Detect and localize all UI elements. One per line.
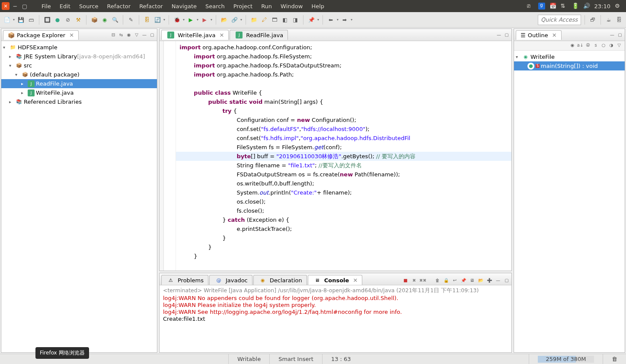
tab-console[interactable]: 🖥Console✕ xyxy=(308,275,363,285)
toolbar-button[interactable]: 🗖 xyxy=(270,16,279,24)
open-folder-button[interactable]: 📂 xyxy=(220,16,228,24)
quick-access-input[interactable] xyxy=(538,15,581,25)
minimize-icon[interactable]: — xyxy=(496,32,502,38)
close-icon[interactable]: ✕ xyxy=(353,277,358,284)
tree-jre[interactable]: ▸📚JRE System Library [java-8-openjdk-amd… xyxy=(1,52,157,61)
gc-button[interactable]: 🗑 xyxy=(612,356,617,362)
hide-nonpublic-button[interactable]: ○ xyxy=(600,42,607,48)
scroll-lock-button[interactable]: 🔒 xyxy=(443,277,449,283)
menu-source[interactable]: Source xyxy=(75,1,103,11)
open-console-button[interactable]: 📂 xyxy=(478,277,484,283)
tab-problems[interactable]: ⚠Problems xyxy=(161,275,208,285)
minimize-icon[interactable]: — xyxy=(609,32,615,38)
tree-package[interactable]: ▾📦(default package) xyxy=(1,70,157,79)
toolbar-button-3[interactable]: ◨ xyxy=(291,16,300,24)
outline-class[interactable]: ▾◉WriteFile xyxy=(514,52,625,61)
tree-file-readfile[interactable]: ▸JReadFile.java xyxy=(1,79,157,88)
code-editor[interactable]: import org.apache.hadoop.conf.Configurat… xyxy=(176,41,511,271)
folding-ruler[interactable] xyxy=(160,41,164,271)
maximize-icon[interactable]: ▢ xyxy=(504,277,510,283)
new-package-button[interactable]: 📦 xyxy=(90,16,99,24)
tree-project[interactable]: ▾📁HDFSExample xyxy=(1,43,157,52)
link-editor-button[interactable]: ⇆ xyxy=(118,32,124,38)
calendar-icon[interactable]: 📅 xyxy=(549,3,556,10)
tree-referenced-libs[interactable]: ▸📚Referenced Libraries xyxy=(1,97,157,106)
collapse-all-button[interactable]: ⊟ xyxy=(110,32,116,38)
clock[interactable]: 23:10 xyxy=(594,3,610,10)
close-icon[interactable]: ✕ xyxy=(552,32,557,38)
package-explorer-tab[interactable]: 📦 Package Explorer ✕ xyxy=(3,30,79,40)
switch-editor-button[interactable]: 🔲 xyxy=(43,16,51,24)
gear-icon[interactable]: ⚙ xyxy=(615,3,622,10)
tab-javadoc[interactable]: @Javadoc xyxy=(209,275,252,285)
debug-button[interactable]: 🐞 xyxy=(172,16,181,24)
tree-src[interactable]: ▾📦src xyxy=(1,61,157,70)
outline-tab[interactable]: ☰ Outline ✕ xyxy=(516,30,562,40)
indicator-icon[interactable]: ⎚ xyxy=(527,3,534,10)
java-perspective-button[interactable]: ☕ xyxy=(604,16,613,24)
link-button[interactable]: 🔗 xyxy=(230,16,239,24)
menu-refactor-2[interactable]: Refactor xyxy=(135,1,167,11)
remove-all-button[interactable]: ✖✖ xyxy=(420,277,426,283)
skip-breakpoints-button[interactable]: ⊘ xyxy=(64,16,72,24)
editor-tab-readfile[interactable]: J ReadFile.java xyxy=(230,30,288,40)
open-task-button[interactable]: 📁 xyxy=(249,16,258,24)
window-close-button[interactable]: ✕ xyxy=(2,2,10,10)
close-icon[interactable]: ✕ xyxy=(69,32,74,38)
new-button[interactable]: 📄 xyxy=(3,16,11,24)
jee-perspective-button[interactable]: 🗄 xyxy=(615,16,623,24)
menu-project[interactable]: Project xyxy=(229,1,257,11)
network-icon[interactable]: ⇅ xyxy=(561,3,568,10)
outline-tree[interactable]: ▾◉WriteFile ●Smain(String[]) : void xyxy=(514,51,625,352)
menu-file[interactable]: File xyxy=(37,1,55,11)
highlight-button[interactable]: 🖍 xyxy=(260,16,268,24)
pin-console-button[interactable]: 📌 xyxy=(460,277,466,283)
forward-button[interactable]: ➡ xyxy=(340,16,349,24)
editor-tab-writefile[interactable]: J WriteFile.java ✕ xyxy=(161,30,229,40)
sort-button[interactable]: a↓ xyxy=(577,42,583,48)
focus-task-button[interactable]: ◉ xyxy=(126,32,132,38)
new-class-button[interactable]: ◉ xyxy=(100,16,109,24)
save-button[interactable]: 💾 xyxy=(16,16,25,24)
save-all-button[interactable]: 🗃 xyxy=(27,16,35,24)
breakpoint-button[interactable]: ● xyxy=(53,16,62,24)
heap-status[interactable]: 259M of 380M xyxy=(538,356,594,363)
view-menu-button[interactable]: ▽ xyxy=(134,32,140,38)
tree-file-writefile[interactable]: ▸JWriteFile.java xyxy=(1,88,157,97)
window-maximize-button[interactable]: ▢ xyxy=(21,2,29,10)
terminate-button[interactable]: ■ xyxy=(402,277,409,283)
open-perspective-button[interactable]: 🗗 xyxy=(588,16,597,24)
clear-console-button[interactable]: 🗑 xyxy=(434,277,441,283)
maximize-icon[interactable]: ▢ xyxy=(617,32,623,38)
focus-button[interactable]: ◉ xyxy=(569,42,575,48)
console-output[interactable]: <terminated> WriteFile [Java Application… xyxy=(160,285,511,352)
volume-icon[interactable]: 🔊 xyxy=(583,3,590,10)
remove-launch-button[interactable]: ✖ xyxy=(411,277,417,283)
menu-search[interactable]: Search xyxy=(201,1,229,11)
view-menu-button[interactable]: ▽ xyxy=(616,42,622,48)
new-server-button[interactable]: 🗄 xyxy=(143,16,151,24)
battery-icon[interactable]: 🔋 xyxy=(572,3,579,10)
maximize-icon[interactable]: ▢ xyxy=(149,32,155,38)
run-button[interactable]: ▶ xyxy=(186,16,195,24)
menu-edit[interactable]: Edit xyxy=(55,1,75,11)
menu-window[interactable]: Window xyxy=(276,1,307,11)
tab-declaration[interactable]: ◉Declaration xyxy=(253,275,307,285)
refresh-server-button[interactable]: 🔄 xyxy=(153,16,162,24)
pin-button[interactable]: 📌 xyxy=(307,16,316,24)
wrap-button[interactable]: ↩ xyxy=(452,277,458,283)
minimize-icon[interactable]: — xyxy=(141,32,147,38)
coverage-button[interactable]: ▶ xyxy=(200,16,209,24)
wand-icon[interactable]: ✎ xyxy=(127,16,135,24)
menu-navigate[interactable]: Navigate xyxy=(167,1,201,11)
window-minimize-button[interactable]: − xyxy=(11,2,19,10)
line-ruler[interactable] xyxy=(164,41,176,271)
toolbar-button-2[interactable]: ◧ xyxy=(281,16,289,24)
menu-help[interactable]: Help xyxy=(307,1,329,11)
menu-refactor[interactable]: Refactor xyxy=(103,1,135,11)
close-icon[interactable]: ✕ xyxy=(219,32,224,38)
maximize-icon[interactable]: ▢ xyxy=(504,32,510,38)
menu-run[interactable]: Run xyxy=(257,1,276,11)
hide-fields-button[interactable]: ⦿ xyxy=(585,42,591,48)
build-button[interactable]: ⚒ xyxy=(74,16,83,24)
